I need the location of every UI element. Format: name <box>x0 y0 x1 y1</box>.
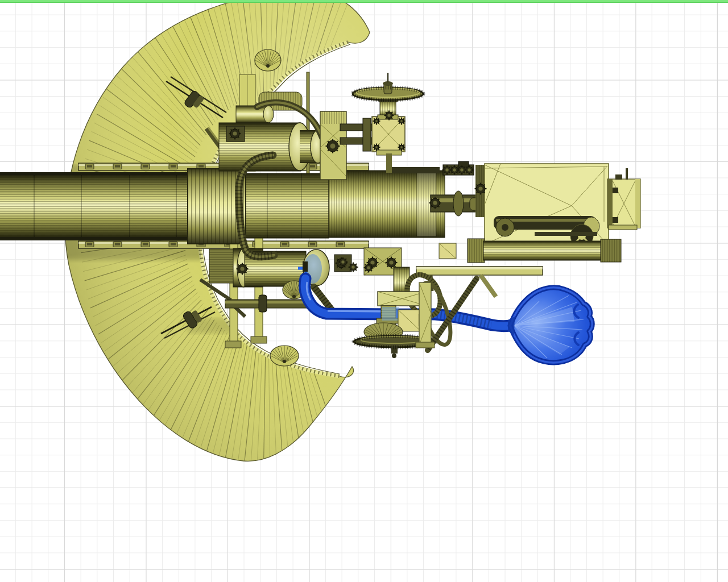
shield-cap-lower[interactable] <box>270 346 299 366</box>
breech-undercylinder[interactable] <box>439 239 621 263</box>
top-handwheel[interactable] <box>353 73 423 102</box>
model-scene[interactable] <box>0 0 728 582</box>
shield-cap-upper[interactable] <box>255 49 281 71</box>
viewport-canvas[interactable] <box>0 0 728 582</box>
blue-bulb[interactable] <box>508 288 592 363</box>
breech-block[interactable] <box>416 161 640 297</box>
breech-extension[interactable] <box>607 168 640 230</box>
page-load-progress-bar <box>0 0 728 3</box>
top-valve-assembly[interactable] <box>340 73 423 173</box>
